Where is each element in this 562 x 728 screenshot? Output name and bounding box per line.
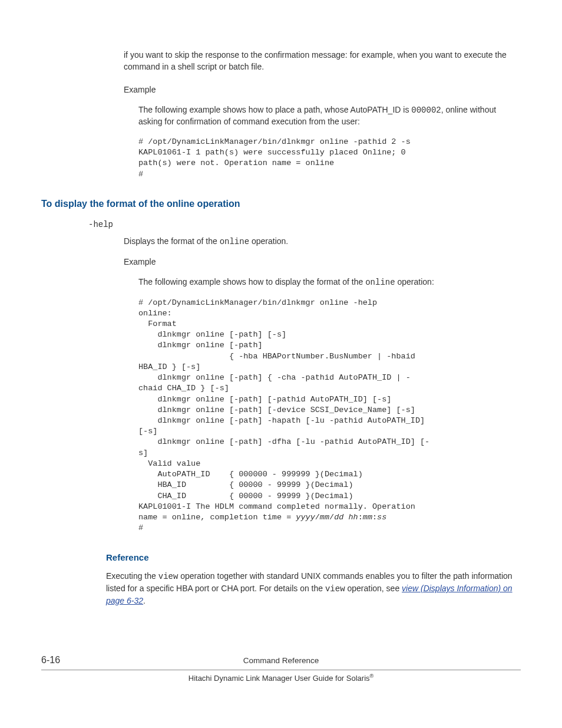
ex2-code-part2: # (138, 523, 143, 532)
section-heading-display-format: To display the format of the online oper… (41, 197, 521, 210)
ref-c1: view (158, 572, 178, 581)
ex2-hh: hh (348, 513, 358, 522)
example-1-code: # /opt/DynamicLinkManager/bin/dlnkmgr on… (138, 137, 521, 180)
ex2-s1: / (315, 513, 320, 522)
ex2-post: operation: (395, 277, 434, 286)
ex2-pre: The following example shows how to displ… (138, 277, 365, 286)
example-1-description: The following example shows how to place… (138, 104, 521, 128)
ex2-c1: : (358, 513, 363, 522)
ex2-s2: / (329, 513, 334, 522)
ex2-ss: ss (377, 513, 386, 522)
page-footer: 6-16 Command Reference Hitachi Dynamic L… (41, 654, 521, 684)
option-help: -help (88, 219, 521, 231)
opt-desc-post: operation. (249, 236, 288, 246)
ref-p4: . (143, 596, 146, 605)
ex1-inline-code: 000002 (411, 106, 441, 115)
ex2-yyyy: yyyy (296, 513, 315, 522)
registered-mark: ® (370, 673, 374, 679)
option-help-description: Displays the format of the online operat… (124, 236, 521, 248)
example-2-heading: Example (124, 256, 521, 268)
ex1-pre: The following example shows how to place… (138, 105, 411, 114)
ref-p1: Executing the (106, 571, 158, 581)
opt-desc-code: online (220, 237, 249, 246)
footer-section-title: Command Reference (112, 655, 450, 667)
footer-book-title: Hitachi Dynamic Link Manager User Guide … (41, 670, 521, 684)
ex2-mm2: mm (363, 513, 372, 522)
opt-desc-pre: Displays the format of the (124, 236, 220, 246)
page-number: 6-16 (41, 654, 112, 667)
ex2-code-part1: # /opt/DynamicLinkManager/bin/dlnkmgr on… (138, 298, 429, 522)
reference-body: Executing the view operation together wi… (106, 571, 521, 607)
ref-p3: operation, see (345, 584, 402, 593)
ex2-dd: dd (334, 513, 343, 522)
ex2-mm1: mm (320, 513, 329, 522)
ex2-inline-code: online (365, 278, 395, 287)
example-2-description: The following example shows how to displ… (138, 276, 521, 289)
ref-c2: view (325, 584, 345, 594)
ex2-c2: : (372, 513, 377, 522)
intro-paragraph: if you want to skip the response to the … (124, 50, 521, 73)
example-2-code: # /opt/DynamicLinkManager/bin/dlnkmgr on… (138, 298, 521, 534)
example-1-heading: Example (124, 84, 521, 96)
reference-heading: Reference (106, 551, 521, 564)
footer-title2-text: Hitachi Dynamic Link Manager User Guide … (189, 674, 370, 683)
